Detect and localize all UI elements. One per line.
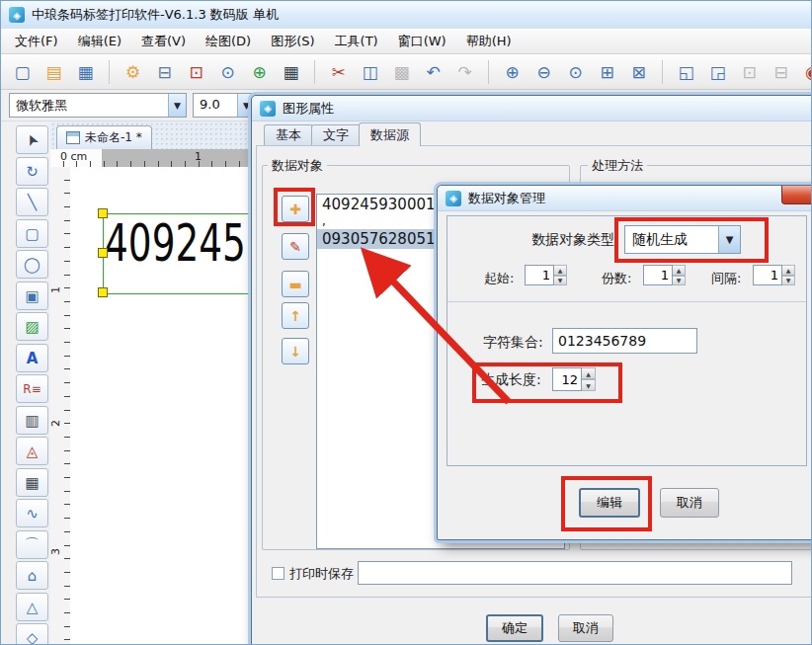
copy-icon[interactable]: ◫ (357, 58, 383, 85)
page-setup-gear-icon[interactable]: ⚙ (120, 58, 146, 85)
data-object-type-value: 随机生成 (625, 226, 718, 253)
tab-label: 数据源 (370, 126, 409, 144)
spin-down-icon[interactable]: ▼ (582, 379, 596, 391)
zoom-icon[interactable]: ⊙ (562, 58, 589, 85)
spin-down-icon[interactable]: ▼ (782, 276, 795, 286)
image-tool[interactable]: ▨ (16, 312, 48, 341)
database-add-icon[interactable]: ⊕ (246, 58, 273, 85)
remove-data-object-button[interactable]: ▬ (282, 271, 309, 297)
tab-data-source[interactable]: 数据源 (359, 122, 421, 146)
save-icon[interactable]: ▦ (72, 58, 99, 85)
spin-up-icon[interactable]: ▲ (554, 265, 567, 276)
print-icon[interactable]: ⊟ (151, 58, 178, 85)
spin-down-icon[interactable]: ▼ (673, 276, 686, 286)
save-on-print-checkbox[interactable] (272, 567, 284, 580)
ellipse-tool[interactable]: ◯ (16, 250, 48, 279)
close-button[interactable] (781, 186, 812, 204)
spin-down-icon[interactable]: ▼ (554, 276, 567, 286)
add-data-object-button[interactable]: ✚ (282, 196, 309, 222)
manager-cancel-button[interactable]: 取消 (660, 488, 719, 518)
spin-up-icon[interactable]: ▲ (673, 265, 686, 276)
ellipse-icon: ◯ (24, 256, 41, 274)
length-spinner[interactable]: ▲▼ (552, 367, 596, 391)
hide-object-icon[interactable]: ◉ (799, 58, 812, 85)
data-object-type-combo[interactable]: 随机生成 ▼ (624, 225, 741, 254)
document-tab-title: 未命名-1 * (85, 129, 142, 146)
tab-basic[interactable]: 基本 (264, 124, 313, 145)
menu-view[interactable]: 查看(V) (131, 30, 196, 53)
charset-input[interactable] (552, 328, 697, 354)
send-to-back-icon[interactable]: ◲ (704, 58, 731, 85)
menu-draw[interactable]: 绘图(D) (196, 30, 261, 53)
menu-graphic[interactable]: 图形(S) (261, 30, 324, 53)
manager-dialog-titlebar[interactable]: ◈ 数据对象管理 (438, 186, 812, 211)
barcode-tool[interactable]: ▥ (16, 406, 48, 435)
menu-edit[interactable]: 编辑(E) (68, 30, 131, 53)
picture-frame-tool[interactable]: ▣ (16, 282, 48, 310)
start-value[interactable] (525, 265, 554, 285)
font-family-combo[interactable]: 微软雅黑 ▼ (9, 93, 187, 118)
open-folder-icon[interactable]: ▤ (41, 58, 67, 85)
copies-value[interactable] (643, 265, 673, 285)
copies-spinner[interactable]: ▲▼ (643, 265, 686, 285)
font-size-combo[interactable]: 9.0 ▼ (193, 93, 256, 118)
copies-label: 份数: (602, 270, 631, 287)
selection-rectangle[interactable] (103, 213, 263, 294)
chevron-down-icon[interactable]: ▼ (718, 226, 740, 253)
interval-value[interactable] (753, 265, 782, 285)
qr-code-tool[interactable]: ▦ (16, 468, 48, 497)
document-tab[interactable]: 未命名-1 * (56, 125, 152, 149)
text-tool[interactable]: A (16, 344, 48, 372)
fit-page-icon[interactable]: ⊞ (594, 58, 620, 85)
zoom-in-icon[interactable]: ⊕ (499, 58, 526, 85)
menu-window[interactable]: 窗口(W) (388, 30, 456, 53)
save-on-print-field[interactable] (358, 561, 792, 585)
length-value[interactable] (552, 367, 582, 391)
vertical-ruler: 1 2 3 (50, 167, 71, 645)
rotate-icon: ↻ (26, 163, 39, 181)
tab-text[interactable]: 文字 (311, 124, 361, 145)
cut-icon[interactable]: ✂ (325, 58, 352, 85)
interval-spinner[interactable]: ▲▼ (753, 265, 795, 285)
rotate-tool[interactable]: ↻ (16, 157, 48, 186)
menu-bar: 文件(F) 编辑(E) 查看(V) 绘图(D) 图形(S) 工具(T) 窗口(W… (1, 29, 812, 54)
database-icon[interactable]: ⊙ (214, 58, 241, 85)
data-object-type-label: 数据对象类型: (497, 231, 619, 249)
move-up-button[interactable]: ↑ (282, 302, 309, 329)
fit-selection-icon[interactable]: ⊠ (625, 58, 652, 85)
edit-data-object-button[interactable]: ✎ (282, 233, 309, 260)
move-down-button[interactable]: ↓ (282, 338, 309, 364)
selection-handle[interactable] (98, 208, 108, 218)
print-preview-icon[interactable]: ⊡ (183, 58, 209, 85)
menu-file[interactable]: 文件(F) (5, 30, 68, 53)
rich-text-tool[interactable]: R≡ (16, 374, 48, 403)
cancel-button[interactable]: 取消 (558, 614, 613, 642)
start-spinner[interactable]: ▲▼ (525, 265, 567, 285)
diamond-tool[interactable]: ◇ (16, 623, 48, 645)
rounded-rect-tool[interactable]: ▢ (16, 219, 48, 248)
bring-to-front-icon[interactable]: ◱ (673, 58, 699, 85)
select-tool[interactable]: ➤ (16, 125, 48, 154)
edit-button[interactable]: 编辑 (579, 488, 640, 518)
font-size-value: 9.0 (194, 94, 237, 117)
properties-dialog-titlebar[interactable]: ◈ 图形属性 (252, 96, 812, 121)
toolbar-separator (662, 60, 663, 84)
arc-tool[interactable]: ⌒ (16, 530, 48, 559)
undo-icon[interactable]: ↶ (420, 58, 447, 85)
ok-button[interactable]: 确定 (486, 614, 543, 642)
zoom-out-icon[interactable]: ⊖ (530, 58, 557, 85)
new-document-icon[interactable]: ▢ (9, 58, 36, 85)
triangle-tool[interactable]: △ (16, 593, 48, 621)
polygon-tool[interactable]: ⌂ (16, 561, 48, 590)
spin-up-icon[interactable]: ▲ (582, 367, 596, 379)
spin-up-icon[interactable]: ▲ (782, 265, 795, 276)
grid-icon[interactable]: ▦ (278, 58, 304, 85)
menu-help[interactable]: 帮助(H) (456, 30, 522, 53)
selection-handle[interactable] (98, 287, 108, 297)
curve-tool[interactable]: ∿ (16, 499, 48, 527)
selection-handle[interactable] (98, 248, 108, 258)
shape-tool[interactable]: ◬ (16, 437, 48, 465)
chevron-down-icon[interactable]: ▼ (168, 94, 186, 117)
line-tool[interactable]: ╲ (16, 188, 48, 216)
menu-tools[interactable]: 工具(T) (325, 30, 388, 53)
